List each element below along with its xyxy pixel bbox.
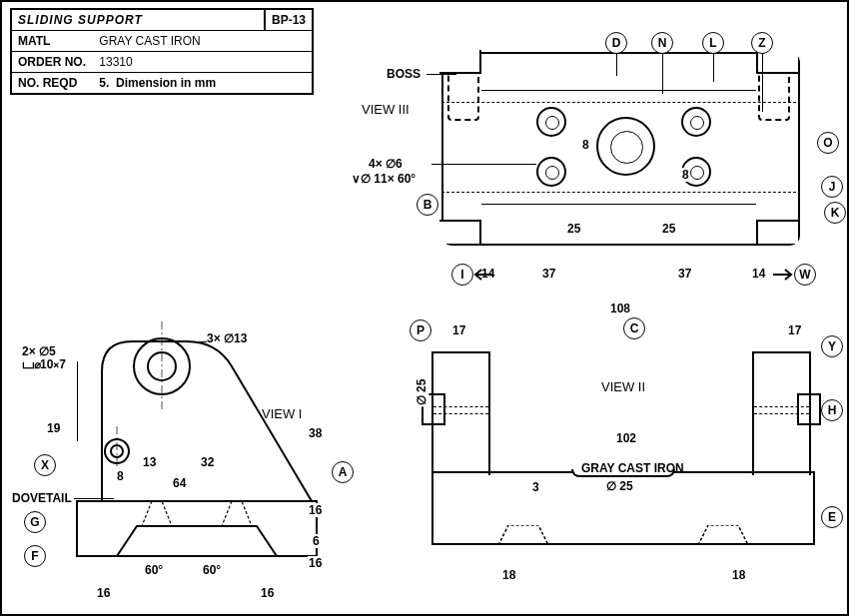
dim-60L: 60° [144,563,164,577]
dim-13: 13 [142,455,157,469]
dim-18L: 18 [501,568,516,582]
balloon-E: E [821,506,843,528]
balloon-I: I [451,264,473,286]
view3-drawing [441,52,796,242]
balloon-Y: Y [821,335,843,357]
matl-label: MATL [18,34,96,48]
dim-17R: 17 [787,323,802,337]
dim-16b: 16 [308,556,323,570]
part-name: SLIDING SUPPORT [12,10,149,30]
balloon-Z: Z [751,32,773,54]
balloon-J: J [821,176,843,198]
balloon-O: O [817,132,839,154]
balloon-F: F [24,545,46,567]
view3-label: VIEW III [362,102,410,117]
dim-19: 19 [46,421,61,435]
dim-v3-14R: 14 [751,267,766,281]
view1-drawing [57,311,337,591]
view2-label: VIEW II [601,379,645,394]
holes-3x13-callout: 3× ∅13 [207,331,247,345]
dim-b16L: 16 [96,586,111,600]
balloon-H: H [821,399,843,421]
view1-label: VIEW I [262,406,302,421]
view2-drawing [422,331,821,561]
holes-2x5-callout: 2× ∅5 [22,344,56,358]
dim-16a: 16 [308,503,323,517]
reqd-label: NO. REQD [18,76,96,90]
dim-17L: 17 [451,323,466,337]
dim-8: 8 [116,469,125,483]
dim-v3-37R: 37 [677,267,692,281]
title-block: SLIDING SUPPORT BP-13 MATL GRAY CAST IRO… [10,8,314,95]
dim-dia25b: ∅ 25 [605,479,634,493]
balloon-X: X [34,454,56,476]
order-label: ORDER NO. [18,55,96,69]
boss-label: BOSS [387,67,421,81]
balloon-C: C [623,317,645,339]
balloon-A: A [332,461,354,483]
balloon-D: D [605,32,627,54]
holes-4x6-callout: 4× ∅6 [369,157,403,171]
dim-64: 64 [172,476,187,490]
dim-v3-25R: 25 [661,222,676,236]
dim-102: 102 [615,431,637,445]
dim-6: 6 [312,534,321,548]
balloon-N: N [651,32,673,54]
dim-v3-37L: 37 [541,267,556,281]
csink-callout: ∨∅ 11× 60° [352,172,416,186]
cbore-callout: ⌴∅10⨯7 [22,357,66,371]
center-hole-icon [596,117,655,176]
balloon-K: K [824,202,846,224]
balloon-L: L [702,32,724,54]
dim-v3-25L: 25 [566,222,581,236]
matl-value: GRAY CAST IRON [99,34,200,48]
dim-3: 3 [531,480,540,494]
dim-60R: 60° [202,563,222,577]
balloon-B: B [417,194,438,216]
dim-18R: 18 [731,568,746,582]
order-value: 13310 [99,55,132,69]
dim-dia25: ∅ 25 [415,378,428,407]
drawing-code: BP-13 [264,10,312,30]
dim-note: Dimension in mm [116,76,216,90]
dim-32: 32 [200,455,215,469]
svg-rect-0 [77,501,317,556]
cast-iron-label: GRAY CAST IRON [581,461,684,475]
dim-v3-8t: 8 [581,138,590,152]
dim-108: 108 [609,302,631,315]
dim-38: 38 [308,426,323,440]
reqd-value: 5. [99,76,109,90]
balloon-W: W [794,264,816,286]
dim-b16R: 16 [260,586,275,600]
dim-v3-8b: 8 [681,168,690,182]
balloon-P: P [410,319,431,341]
balloon-G: G [24,511,46,533]
dovetail-label: DOVETAIL [12,491,72,505]
